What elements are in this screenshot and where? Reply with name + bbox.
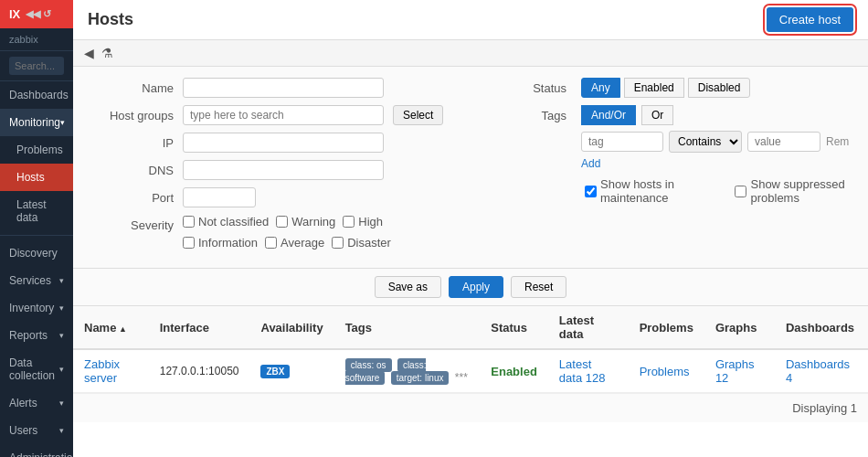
severity-average-checkbox[interactable] xyxy=(265,237,277,249)
show-maintenance-checkbox[interactable] xyxy=(585,186,597,197)
sidebar-item-latest-data[interactable]: Latest data xyxy=(0,191,73,231)
sidebar-search-input[interactable] xyxy=(9,57,64,75)
status-disabled-button[interactable]: Disabled xyxy=(688,78,751,98)
select-button[interactable]: Select xyxy=(393,105,443,125)
main-content: Hosts Create host ◀ ⚗ Name Host groups S… xyxy=(73,0,868,457)
sidebar-divider xyxy=(0,235,73,236)
filter-tags-row: Tags And/Or Or Contains Rem xyxy=(484,105,850,170)
chevron-icon: ▾ xyxy=(59,426,64,435)
ip-input[interactable] xyxy=(183,133,384,153)
reset-button[interactable]: Reset xyxy=(511,276,566,298)
status-any-button[interactable]: Any xyxy=(581,78,620,98)
severity-information[interactable]: Information xyxy=(183,236,258,250)
sidebar-item-monitoring[interactable]: Monitoring ▾ xyxy=(0,109,73,136)
table-footer: Displaying 1 xyxy=(73,393,868,422)
chevron-icon: ▾ xyxy=(59,365,64,374)
dns-input[interactable] xyxy=(183,160,384,180)
sidebar-item-services[interactable]: Services ▾ xyxy=(0,267,73,294)
add-tag-button[interactable]: Add xyxy=(581,157,600,170)
tag-badge-0: class: os xyxy=(345,358,392,372)
sidebar-item-reports[interactable]: Reports ▾ xyxy=(0,322,73,349)
nav-arrows[interactable]: ◀◀ ↺ xyxy=(26,8,51,20)
show-suppressed-checkbox[interactable] xyxy=(735,186,746,197)
sidebar-item-alerts[interactable]: Alerts ▾ xyxy=(0,389,73,417)
col-status: Status xyxy=(480,306,548,349)
sidebar-item-dashboards[interactable]: Dashboards xyxy=(0,81,73,109)
dns-label: DNS xyxy=(91,160,174,177)
maintenance-spacer xyxy=(484,189,566,193)
sidebar-item-inventory[interactable]: Inventory ▾ xyxy=(0,294,73,322)
severity-disaster-checkbox[interactable] xyxy=(332,237,344,249)
tag-condition-select[interactable]: Contains xyxy=(669,131,742,153)
col-dashboards: Dashboards xyxy=(775,306,868,349)
problems-link[interactable]: Problems xyxy=(640,365,690,378)
show-maintenance-label[interactable]: Show hosts in maintenance xyxy=(585,177,698,205)
severity-warning-checkbox[interactable] xyxy=(276,216,288,228)
status-value[interactable]: Enabled xyxy=(491,365,537,378)
host-name-cell: Zabbix server xyxy=(73,349,149,393)
tags-and-or-button[interactable]: And/Or xyxy=(581,105,636,125)
host-name-link[interactable]: Zabbix server xyxy=(84,357,120,385)
action-row: Save as Apply Reset xyxy=(73,269,868,306)
status-label: Status xyxy=(484,78,566,95)
severity-not-classified-checkbox[interactable] xyxy=(183,216,195,228)
filter-name-row: Name xyxy=(91,78,457,98)
create-host-button[interactable]: Create host xyxy=(767,7,853,32)
severity-information-checkbox[interactable] xyxy=(183,237,195,249)
availability-cell: ZBX xyxy=(249,349,333,393)
apply-button[interactable]: Apply xyxy=(449,276,503,298)
hosts-table-container: Name Interface Availability Tags Status … xyxy=(73,306,868,457)
chevron-icon: ▾ xyxy=(60,118,65,127)
status-cell: Enabled xyxy=(480,349,548,393)
sidebar-item-users[interactable]: Users ▾ xyxy=(0,417,73,444)
ip-label: IP xyxy=(91,133,174,150)
severity-warning[interactable]: Warning xyxy=(276,215,335,228)
col-latest-data: Latest data xyxy=(548,306,629,349)
port-label: Port xyxy=(91,187,174,205)
latest-data-link[interactable]: Latest data 128 xyxy=(559,357,606,385)
severity-label: Severity xyxy=(91,215,174,232)
host-groups-input[interactable] xyxy=(183,105,384,125)
dashboards-cell: Dashboards 4 xyxy=(775,349,868,393)
tag-name-input[interactable] xyxy=(581,132,663,152)
hosts-table: Name Interface Availability Tags Status … xyxy=(73,306,868,393)
graphs-link[interactable]: Graphs 12 xyxy=(715,357,755,385)
severity-high-checkbox[interactable] xyxy=(343,216,355,228)
severity-average[interactable]: Average xyxy=(265,236,324,250)
sidebar-item-problems[interactable]: Problems xyxy=(0,136,73,164)
save-as-button[interactable]: Save as xyxy=(375,276,441,298)
sidebar-item-discovery[interactable]: Discovery xyxy=(0,239,73,267)
chevron-icon: ▾ xyxy=(59,303,64,313)
name-input[interactable] xyxy=(183,78,384,98)
tag-remove-button[interactable]: Rem xyxy=(826,135,849,148)
tag-filter-row: Contains Rem xyxy=(581,131,849,153)
page-header: Hosts Create host xyxy=(73,0,868,40)
filter-collapse-button[interactable]: ◀ xyxy=(84,46,94,60)
dashboards-link[interactable]: Dashboards 4 xyxy=(786,357,850,385)
chevron-icon: ▾ xyxy=(59,399,64,408)
sidebar-item-administration[interactable]: Administration ▾ xyxy=(0,444,73,457)
tags-options: And/Or Or Contains Rem Add xyxy=(581,105,849,170)
filter-panel: Name Host groups Select IP DNS Por xyxy=(73,67,868,269)
graphs-cell: Graphs 12 xyxy=(704,349,775,393)
show-suppressed-label[interactable]: Show suppressed problems xyxy=(735,177,850,205)
name-label: Name xyxy=(91,78,174,95)
filter-bar: ◀ ⚗ xyxy=(73,40,868,67)
host-groups-label: Host groups xyxy=(91,105,174,122)
interface-cell: 127.0.0.1:10050 xyxy=(149,349,250,393)
chevron-icon: ▾ xyxy=(59,276,64,285)
severity-disaster[interactable]: Disaster xyxy=(332,236,391,250)
filter-status-row: Status Any Enabled Disabled xyxy=(484,78,850,98)
filter-maintenance-row: Show hosts in maintenance Show suppresse… xyxy=(484,177,850,205)
col-name[interactable]: Name xyxy=(73,306,149,349)
tag-value-input[interactable] xyxy=(747,132,820,152)
sidebar-item-hosts[interactable]: Hosts xyxy=(0,164,73,191)
tags-or-button[interactable]: Or xyxy=(641,105,673,125)
status-enabled-button[interactable]: Enabled xyxy=(624,78,684,98)
sidebar-item-data-collection[interactable]: Data collection ▾ xyxy=(0,349,73,389)
col-problems: Problems xyxy=(629,306,704,349)
severity-not-classified[interactable]: Not classified xyxy=(183,215,269,228)
filter-ip-row: IP xyxy=(91,133,457,153)
port-input[interactable] xyxy=(183,187,256,207)
severity-high[interactable]: High xyxy=(343,215,383,228)
